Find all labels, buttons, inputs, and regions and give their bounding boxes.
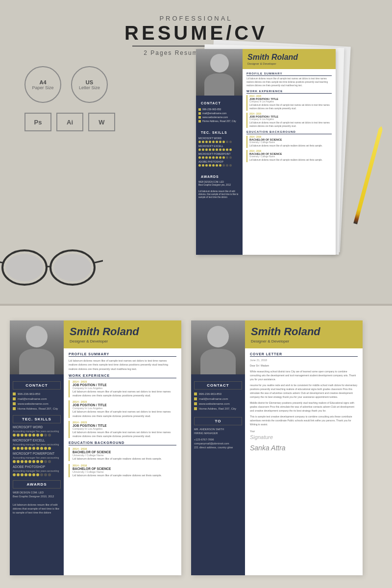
bottom-resume-card: CONTACT 996-236-963-850 mail@emailname.c… [10,320,181,575]
dot [202,148,204,151]
dot [28,434,31,437]
cover-email-item: mail@emailname.com [194,396,242,401]
dot [13,434,16,437]
dot [198,156,201,159]
dot-empty [226,156,228,159]
bottom-photo-body [19,349,54,374]
preview-website-item: www.websitename.com [198,115,240,119]
dot [198,141,201,143]
bottom-edu-2-text: Lid laborum dolores resum like of sample… [73,473,176,477]
bottom-job-1: 2014 - 2015 JOB POSITION / TITLE Company… [69,380,176,398]
cover-name-subtitle: Designer & Developer [251,339,357,343]
dot-empty [48,473,51,476]
cover-right-column: Smith Roland Designer & Developer COVER … [245,320,363,457]
dot [28,447,31,450]
bottom-work-header: WORK EXPERIENCE [69,374,176,378]
preview-job-2: 2014 - 2015 JOB POSITION / TITLE Company… [246,113,332,128]
bottom-job-3-text: Lid laborum dolores resum like of sample… [73,430,176,439]
preview-education-header: EDUCATION BACKGROUND [246,130,332,134]
cover-photo [191,320,245,374]
bottom-dot [13,397,16,400]
dot [209,141,211,143]
preview-profile-text: Lid laborum dolores resum like of sample… [246,77,332,87]
dot [216,164,218,167]
preview-name-subtitle: Designer & Developer [247,62,331,65]
preview-job-2-company: Company In Los Angeles [249,118,332,121]
cover-signature-label: Signature [250,434,358,440]
bottom-dot [13,392,16,395]
dot [36,434,39,437]
dot [209,148,211,151]
cover-to-title: TO [194,417,242,425]
svg-point-3 [54,254,91,281]
preview-skill-2: MICROSOFT EXCELL [198,145,240,147]
dot [40,434,43,437]
bottom-profile-header: PROFILE SUMMARY [69,352,176,357]
dot [205,156,208,159]
svg-point-1 [6,254,43,281]
cover-name: Smith Roland [251,325,357,338]
bottom-job-1-text: Lid laborum dolores resum like of sample… [73,390,176,398]
bottom-right-column: Smith Roland Designer & Developer PROFIL… [64,320,181,485]
cover-greeting: Dear Sir / Madam [250,364,358,368]
cover-to-address: 221 direct address, country glow [194,445,242,449]
dot [222,156,225,159]
dot [219,164,221,167]
bottom-edu-1-degree: BACHELOR OF SCIENCE [73,450,176,454]
dot [219,141,221,143]
cover-dot [194,397,197,400]
dot [219,148,221,151]
dot [205,164,208,167]
dot-empty [226,164,228,167]
bottom-phone-text: 996-236-963-850 [18,392,40,395]
preview-award-text: WEB DESIGN COM. LEDBest Graphic Designer… [198,181,240,199]
dot-empty [40,473,43,476]
cover-dot [194,407,197,410]
photo-person-graphic [196,49,243,96]
photo-body-graphic [204,74,235,96]
svg-line-5 [0,260,2,263]
bottom-skill-4-name: ADOBE PHOTOSHOP [13,465,61,468]
dot [28,460,31,463]
dot-empty [48,434,51,437]
preview-edu-1-school: University / College Name [249,141,332,144]
bottom-skill-4-sub: Accounting manager five years accounting [13,469,61,472]
professional-label: PROFESSIONAL [20,15,372,22]
preview-email-item: mail@emailname.com [198,111,240,115]
dot-empty [229,141,232,143]
preview-skill-4: ADOBE PHOTOSHOP [198,160,240,163]
dot-empty [229,156,232,159]
cover-to-name: MR. ANDERSON SMITH [194,427,242,431]
us-badge-bottom: Letter Size [79,85,100,90]
bottom-skill-2-dots [13,447,61,450]
cover-to-position: HIRING MANAGER [194,431,242,435]
preview-job-1-company: Company In Los Angeles [249,100,332,103]
bottom-photo [10,320,64,374]
dot-empty [44,434,47,437]
preview-skill-1-dots [198,141,240,143]
bottom-contact-title: CONTACT [13,381,61,390]
dot [44,447,47,450]
cover-letter-card: CONTACT 996-236-963-850 mail@emailname.c… [191,320,363,575]
dot [229,148,232,151]
preview-contact-dot-3 [198,116,201,119]
preview-edu-2-school: University / College Name [249,155,332,158]
dot [198,148,201,151]
cover-body-3: Middle district for Elementary positions… [250,401,358,413]
cover-phone-text: 996-236-963-850 [199,392,221,395]
preview-website-text: www.websitename.com [202,116,228,119]
bottom-skill-3-dots [13,460,61,463]
preview-skill-3: MICROSOFT POWERPOINT [198,152,240,155]
dot [209,164,211,167]
preview-contact-dot [198,108,201,111]
dot [216,156,218,159]
preview-right-column: Smith Roland Designer & Developer PROFIL… [243,49,336,255]
preview-contact-dot-4 [198,120,201,122]
preview-card-main: CONTACT 996-236-963-850 mail@emailname.c… [196,49,336,255]
bottom-skill-4-dots [13,473,61,476]
dot-empty [222,164,225,167]
bottom-name-banner: Smith Roland Designer & Developer [64,320,181,348]
bottom-left-column: CONTACT 996-236-963-850 mail@emailname.c… [10,320,64,575]
a4-badge-bottom: Paper Size [32,85,53,90]
top-section: PROFESSIONAL RESUME/CV 2 Pages Resume/CV… [0,0,392,304]
